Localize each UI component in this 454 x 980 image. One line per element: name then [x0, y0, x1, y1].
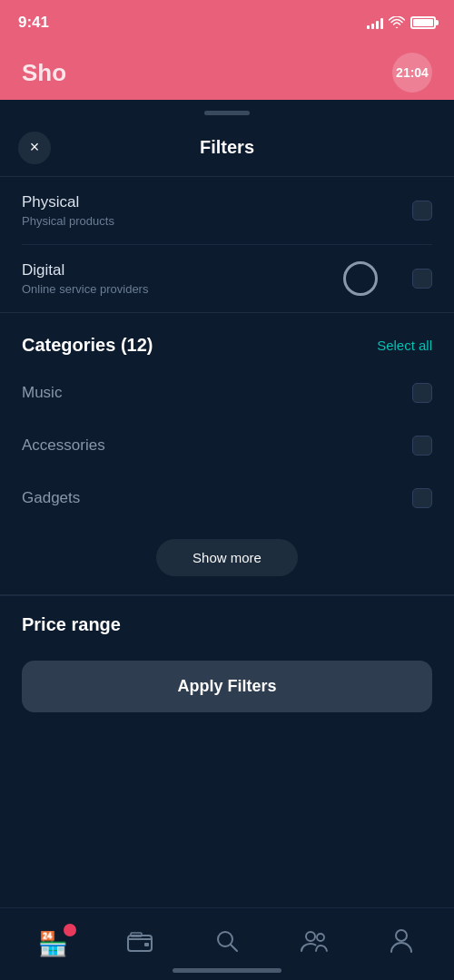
signal-icon [367, 16, 383, 29]
shop-icon: 🏪 [38, 930, 67, 958]
wallet-icon [127, 930, 153, 958]
nav-item-profile[interactable] [374, 922, 429, 967]
search-nav-icon [215, 929, 239, 959]
digital-checkbox[interactable] [412, 269, 432, 289]
filter-header: × Filters [0, 119, 454, 176]
close-button[interactable]: × [18, 132, 51, 164]
digital-name: Digital [22, 261, 148, 279]
price-range-section: Price range [0, 595, 454, 650]
digital-subtitle: Online service providers [22, 282, 148, 296]
friends-icon [300, 929, 329, 959]
home-indicator [173, 968, 281, 973]
svg-point-5 [317, 934, 324, 941]
categories-title: Categories (12) [22, 335, 153, 356]
category-name-gadgets: Gadgets [22, 489, 80, 507]
nav-item-wallet[interactable] [113, 922, 167, 967]
show-more-button[interactable]: Show more [156, 539, 298, 576]
physical-row: Physical Physical products [22, 177, 432, 245]
category-row-gadgets: Gadgets [0, 472, 454, 524]
category-checkbox-music[interactable] [412, 383, 432, 403]
svg-point-4 [306, 932, 315, 941]
category-checkbox-accessories[interactable] [412, 436, 432, 456]
status-bar: 9:41 [0, 0, 454, 45]
digital-info: Digital Online service providers [22, 261, 148, 296]
app-behind-bar: Sho 21:04 [0, 45, 454, 100]
product-types-section: Physical Physical products Digital Onlin… [0, 177, 454, 312]
close-icon: × [30, 138, 40, 157]
status-time: 9:41 [18, 14, 49, 32]
apply-filters-button[interactable]: Apply Filters [22, 661, 432, 712]
filter-title: Filters [200, 137, 254, 158]
select-all-button[interactable]: Select all [377, 338, 432, 353]
category-row-accessories: Accessories [0, 419, 454, 472]
drag-handle [204, 111, 250, 115]
apply-filters-wrapper: Apply Filters [0, 650, 454, 734]
profile-icon [390, 928, 413, 960]
app-behind-title: Sho [22, 59, 66, 87]
category-name-accessories: Accessories [22, 436, 105, 455]
filter-modal: × Filters Physical Physical products Dig… [0, 100, 454, 816]
shop-badge [64, 924, 76, 936]
physical-checkbox[interactable] [412, 201, 432, 220]
wifi-icon [389, 16, 405, 29]
status-icons [367, 16, 436, 29]
show-more-wrapper: Show more [0, 524, 454, 594]
app-behind-badge: 21:04 [392, 53, 432, 93]
drag-handle-area [0, 100, 454, 119]
physical-subtitle: Physical products [22, 214, 114, 228]
drag-circle-indicator [343, 261, 378, 296]
physical-name: Physical [22, 193, 114, 211]
category-name-music: Music [22, 384, 62, 402]
physical-info: Physical Physical products [22, 193, 114, 228]
nav-item-friends[interactable] [287, 922, 341, 967]
price-range-title: Price range [22, 614, 121, 634]
categories-header: Categories (12) Select all [0, 313, 454, 367]
nav-item-shop[interactable]: 🏪 [25, 922, 80, 967]
category-row-music: Music [0, 367, 454, 419]
svg-rect-2 [144, 943, 149, 946]
battery-icon [410, 16, 436, 29]
digital-row: Digital Online service providers [22, 245, 432, 312]
svg-point-6 [396, 930, 407, 941]
category-checkbox-gadgets[interactable] [412, 488, 432, 508]
nav-item-search[interactable] [200, 922, 254, 967]
